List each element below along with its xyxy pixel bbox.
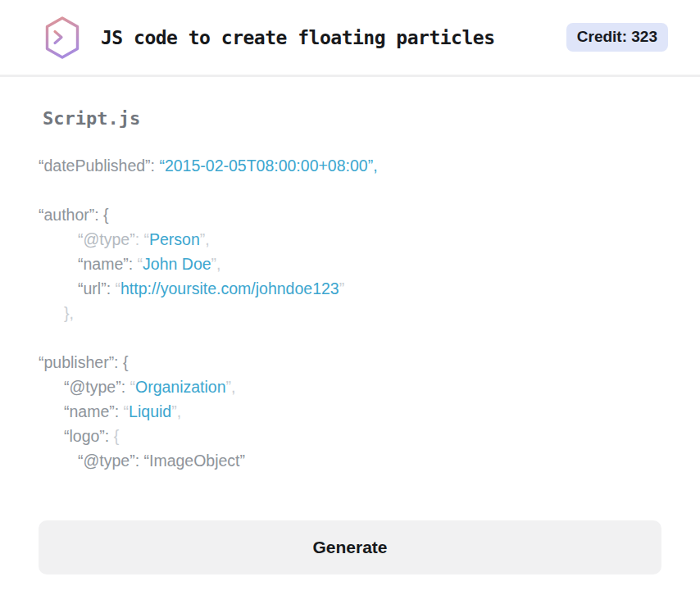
- code-segment-dim: :: [135, 230, 144, 248]
- code-segment-dim: ”,: [211, 255, 221, 273]
- code-line: “url”: “http://yoursite.com/johndoe123”: [39, 276, 661, 301]
- code-line-blank: [39, 178, 661, 202]
- page-title: JS code to create floating particles: [101, 27, 495, 48]
- code-segment-dim: ”: [339, 279, 345, 297]
- code-line: “publisher”: {: [39, 350, 661, 375]
- code-segment-key: “author”: {: [39, 206, 109, 224]
- code-segment-val: John Doe: [143, 255, 211, 273]
- filename-heading: Script.js: [43, 108, 661, 129]
- code-segment-dim: ”,: [171, 402, 181, 420]
- code-segment-val: http://yoursite.com/johndoe123: [120, 279, 339, 297]
- code-segment-key: “datePublished”:: [39, 157, 159, 175]
- code-segment-dim: ”,: [200, 230, 210, 248]
- main-content: Script.js “datePublished”: “2015-02-05T0…: [0, 108, 700, 574]
- code-segment-key: “@type”: “ImageObject”: [78, 452, 245, 470]
- app-logo[interactable]: [43, 16, 82, 60]
- credit-badge: Credit: 323: [566, 23, 668, 52]
- code-line: “datePublished”: “2015-02-05T08:00:00+08…: [39, 153, 661, 178]
- code-segment-dim: },: [64, 304, 74, 322]
- code-line: “name”: “Liquid”,: [39, 399, 661, 424]
- code-line: “name”: “John Doe”,: [39, 252, 661, 276]
- code-segment-val: Person: [149, 230, 200, 248]
- code-segment-key: “logo”:: [64, 427, 114, 445]
- code-block: “datePublished”: “2015-02-05T08:00:00+08…: [39, 153, 661, 473]
- code-segment-val: Liquid: [129, 402, 171, 420]
- code-segment-key: “name”:: [78, 255, 138, 273]
- code-line-blank: [39, 325, 661, 350]
- code-line: “@type”: “Organization”,: [39, 375, 661, 399]
- code-line: “logo”: {: [39, 424, 661, 448]
- code-line: “@type”: “ImageObject”: [39, 448, 661, 473]
- code-segment-val: “2015-02-05T08:00:00+08:00”,: [159, 157, 377, 175]
- code-segment-key: “publisher”: {: [39, 353, 128, 371]
- code-segment-dim: ”,: [226, 378, 236, 396]
- code-segment-key: “@type”:: [64, 378, 130, 396]
- header: JS code to create floating particles Cre…: [0, 0, 700, 77]
- code-segment-val: Organization: [135, 378, 226, 396]
- code-segment-dim: {: [114, 427, 120, 445]
- code-segment-soft: “@type”: [78, 230, 135, 248]
- terminal-prompt-hexagon-icon: [43, 16, 82, 60]
- code-line: “author”: {: [39, 202, 661, 227]
- code-line: “@type”: “Person”,: [39, 227, 661, 252]
- generate-button[interactable]: Generate: [39, 520, 661, 574]
- code-segment-key: “url”:: [78, 279, 116, 297]
- code-segment-key: “name”:: [64, 402, 124, 420]
- code-line: },: [39, 301, 661, 325]
